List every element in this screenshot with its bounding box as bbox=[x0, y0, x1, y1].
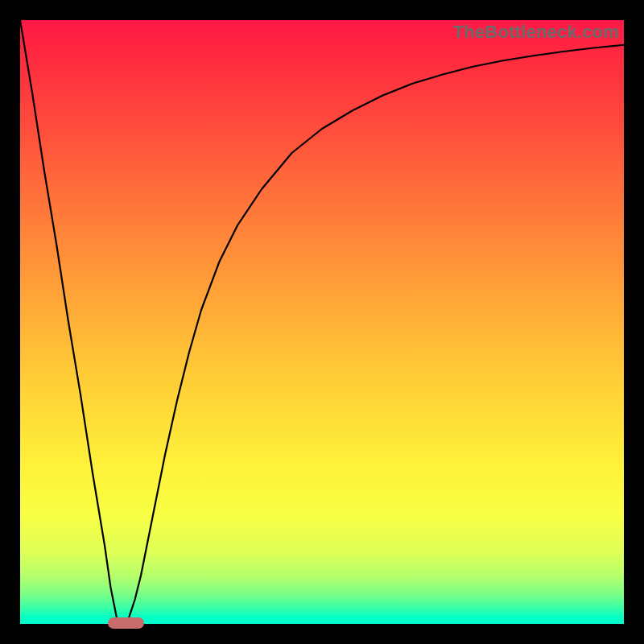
optimal-marker bbox=[108, 617, 144, 629]
chart-frame: TheBottleneck.com bbox=[0, 0, 644, 644]
plot-area: TheBottleneck.com bbox=[20, 20, 624, 624]
bottleneck-curve bbox=[20, 20, 624, 624]
